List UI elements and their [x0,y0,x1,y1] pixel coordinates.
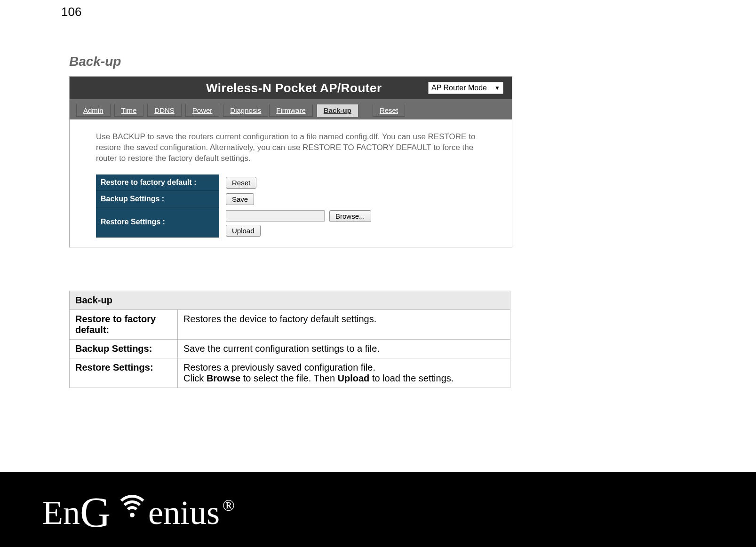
table-row: Backup Settings: Save the current config… [70,340,510,358]
footer: En G enius ® [0,472,756,547]
tab-diagnosis[interactable]: Diagnosis [223,104,268,117]
router-content: Use BACKUP to save the routers current c… [70,119,512,247]
router-header: Wireless-N Pocket AP/Router AP Router Mo… [70,77,512,99]
wifi-icon [113,495,151,532]
logo-text-g: G [80,488,111,537]
tab-backup[interactable]: Back-up [317,104,358,117]
row-backup-settings: Backup Settings : Save [96,191,500,207]
explain-header: Back-up [70,291,510,310]
registered-icon: ® [223,497,235,515]
save-button[interactable]: Save [226,193,254,205]
explain-r3-label: Restore Settings: [70,358,178,388]
router-panel: Wireless-N Pocket AP/Router AP Router Mo… [69,76,512,247]
mode-select[interactable]: AP Router Mode ▼ [428,82,503,94]
section-title: Back-up [69,54,121,69]
page-number: 106 [61,5,81,19]
router-title: Wireless-N Pocket AP/Router [206,81,382,95]
brand-logo: En G enius ® [42,485,235,534]
restore-file-input[interactable] [226,210,325,222]
logo-text-rest: enius [148,493,220,532]
explain-r1-label: Restore to factory default: [70,310,178,340]
tab-time[interactable]: Time [114,104,144,117]
tab-reset[interactable]: Reset [373,104,405,117]
tab-firmware[interactable]: Firmware [269,104,313,117]
row-factory-default: Restore to factory default : Reset [96,174,500,191]
table-row: Restore Settings: Restores a previously … [70,358,510,388]
explain-table: Back-up Restore to factory default: Rest… [69,291,510,388]
tab-bar: Admin Time DDNS Power Diagnosis Firmware… [70,99,512,119]
explain-r2-text: Save the current configuration settings … [178,340,510,358]
label-restore-settings: Restore Settings : [96,207,219,238]
explain-r2-label: Backup Settings: [70,340,178,358]
explain-r1-text: Restores the device to factory default s… [178,310,510,340]
tab-power[interactable]: Power [185,104,220,117]
table-row: Restore to factory default: Restores the… [70,310,510,340]
mode-select-value: AP Router Mode [431,84,487,92]
label-factory-default: Restore to factory default : [96,174,219,191]
upload-button[interactable]: Upload [226,225,261,237]
explain-r3-text: Restores a previously saved configuratio… [178,358,510,388]
tab-ddns[interactable]: DDNS [147,104,182,117]
reset-button[interactable]: Reset [226,177,256,189]
logo-text-en: En [42,493,80,532]
label-backup-settings: Backup Settings : [96,191,219,207]
tab-admin[interactable]: Admin [76,104,111,117]
chevron-down-icon: ▼ [494,85,500,91]
row-restore-settings: Restore Settings : Browse... Upload [96,207,500,238]
backup-description: Use BACKUP to save the routers current c… [96,132,486,164]
browse-button[interactable]: Browse... [329,210,371,222]
